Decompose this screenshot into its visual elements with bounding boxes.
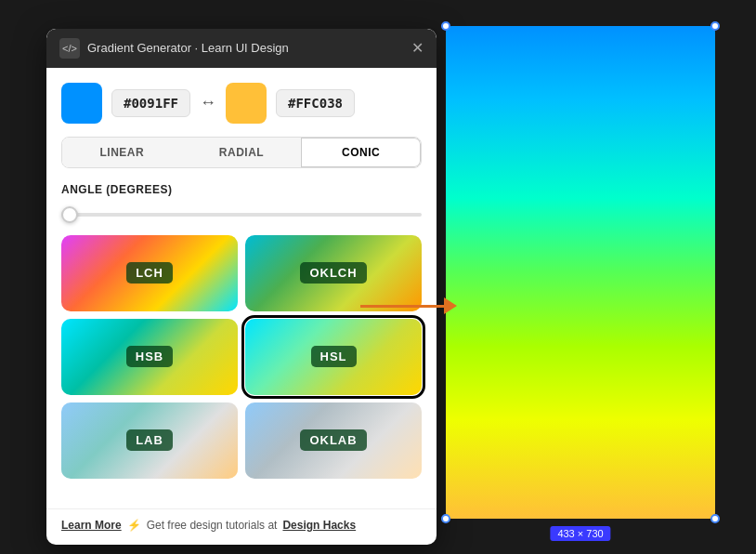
color1-swatch[interactable] [61, 83, 102, 124]
color1-value[interactable]: #0091FF [111, 89, 190, 117]
lightning-icon: ⚡ [127, 519, 141, 532]
preview-wrapper: 433 × 730 [446, 26, 715, 519]
corner-handle-bl[interactable] [441, 514, 450, 523]
mode-card-hsb[interactable]: HSB [61, 319, 238, 395]
mode-label-hsb: HSB [126, 346, 173, 367]
color2-value[interactable]: #FFC038 [276, 89, 355, 117]
panel-body: #0091FF ↔ #FFC038 LINEAR RADIAL CONIC AN… [46, 68, 437, 508]
type-tabs: LINEAR RADIAL CONIC [61, 137, 422, 168]
angle-slider-container [61, 204, 422, 220]
color2-swatch[interactable] [226, 83, 267, 124]
mode-card-lch[interactable]: LCH [61, 235, 238, 311]
arrow-head [444, 297, 457, 314]
corner-handle-tl[interactable] [441, 21, 450, 31]
dimension-label: 433 × 730 [550, 526, 610, 541]
mode-label-hsl: HSL [311, 346, 357, 367]
mode-label-lch: LCH [126, 262, 173, 284]
close-button[interactable]: ✕ [411, 41, 424, 56]
mode-label-lab: LAB [126, 429, 173, 451]
tab-linear[interactable]: LINEAR [62, 138, 182, 167]
title-bar-text: Gradient Generator · Learn UI Design [87, 41, 289, 55]
panel-footer: Learn More ⚡ Get free design tutorials a… [46, 508, 437, 545]
angle-label: ANGLE (DEGREES) [61, 183, 422, 196]
swap-icon[interactable]: ↔ [200, 93, 216, 112]
learn-more-link[interactable]: Learn More [61, 519, 122, 532]
title-bar-left: </> Gradient Generator · Learn UI Design [59, 38, 289, 59]
angle-slider[interactable] [61, 213, 422, 217]
title-bar: </> Gradient Generator · Learn UI Design… [46, 29, 437, 68]
arrow-indicator [360, 297, 457, 314]
footer-middle-text: Get free design tutorials at [147, 519, 278, 532]
mode-card-lab[interactable]: LAB [61, 402, 238, 479]
tab-radial[interactable]: RADIAL [182, 138, 302, 167]
mode-label-oklab: OKLAB [300, 429, 366, 451]
tab-conic[interactable]: CONIC [301, 138, 421, 167]
arrow-line [360, 305, 444, 308]
mode-card-oklab[interactable]: OKLAB [245, 402, 422, 479]
gradient-preview [446, 26, 715, 519]
color-mode-grid: LCH OKLCH HSB HSL LAB OKLAB [61, 235, 422, 479]
mode-card-hsl[interactable]: HSL [245, 319, 422, 395]
gradient-preview-container: 433 × 730 [446, 26, 715, 519]
design-hacks-link[interactable]: Design Hacks [282, 519, 356, 532]
mode-label-oklch: OKLCH [300, 262, 366, 284]
color-row: #0091FF ↔ #FFC038 [61, 83, 422, 124]
code-icon: </> [59, 38, 80, 59]
corner-handle-br[interactable] [710, 514, 720, 523]
corner-handle-tr[interactable] [710, 21, 720, 31]
gradient-panel: </> Gradient Generator · Learn UI Design… [46, 29, 437, 545]
